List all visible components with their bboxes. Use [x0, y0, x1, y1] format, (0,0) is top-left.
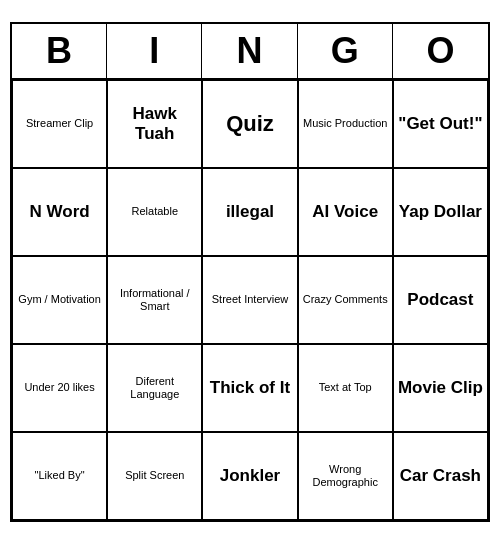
bingo-cell-13: Crazy Comments — [298, 256, 393, 344]
bingo-cell-17: Thick of It — [202, 344, 297, 432]
bingo-cell-1: Hawk Tuah — [107, 80, 202, 168]
bingo-cell-23: Wrong Demographic — [298, 432, 393, 520]
bingo-cell-16: Diferent Language — [107, 344, 202, 432]
bingo-cell-0: Streamer Clip — [12, 80, 107, 168]
bingo-letter-o: O — [393, 24, 488, 78]
bingo-cell-11: Informational / Smart — [107, 256, 202, 344]
bingo-letter-g: G — [298, 24, 393, 78]
bingo-cell-14: Podcast — [393, 256, 488, 344]
bingo-cell-20: "Liked By" — [12, 432, 107, 520]
bingo-cell-10: Gym / Motivation — [12, 256, 107, 344]
bingo-cell-21: Split Screen — [107, 432, 202, 520]
bingo-cell-19: Movie Clip — [393, 344, 488, 432]
bingo-cell-3: Music Production — [298, 80, 393, 168]
bingo-cell-12: Street Interview — [202, 256, 297, 344]
bingo-cell-15: Under 20 likes — [12, 344, 107, 432]
bingo-card: BINGO Streamer ClipHawk TuahQuizMusic Pr… — [10, 22, 490, 522]
bingo-cell-9: Yap Dollar — [393, 168, 488, 256]
bingo-cell-5: N Word — [12, 168, 107, 256]
bingo-letter-b: B — [12, 24, 107, 78]
bingo-cell-18: Text at Top — [298, 344, 393, 432]
bingo-cell-8: AI Voice — [298, 168, 393, 256]
bingo-letter-n: N — [202, 24, 297, 78]
bingo-header: BINGO — [12, 24, 488, 80]
bingo-grid: Streamer ClipHawk TuahQuizMusic Producti… — [12, 80, 488, 520]
bingo-cell-24: Car Crash — [393, 432, 488, 520]
bingo-cell-4: "Get Out!" — [393, 80, 488, 168]
bingo-cell-2: Quiz — [202, 80, 297, 168]
bingo-cell-6: Relatable — [107, 168, 202, 256]
bingo-cell-7: illegal — [202, 168, 297, 256]
bingo-cell-22: Jonkler — [202, 432, 297, 520]
bingo-letter-i: I — [107, 24, 202, 78]
